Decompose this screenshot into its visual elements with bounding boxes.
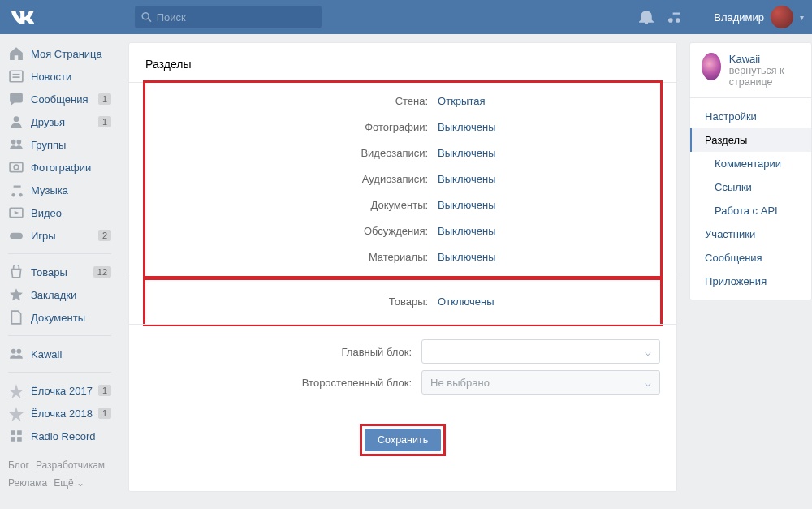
nav-item-Моя Страница[interactable]: Моя Страница [3, 42, 116, 65]
settings-menu-item[interactable]: Разделы [690, 128, 811, 152]
star-icon [8, 287, 24, 303]
back-link[interactable]: вернуться к странице [729, 65, 800, 88]
nav-item-Музыка[interactable]: Музыка [3, 179, 116, 201]
svg-point-9 [14, 165, 19, 170]
svg-rect-14 [11, 430, 15, 435]
chevron-down-icon: ⌵ [645, 377, 651, 389]
setting-value[interactable]: Выключены [438, 225, 495, 237]
nav-item-Ёлочка 2017[interactable]: Ёлочка 20171 [3, 379, 116, 402]
setting-label: Аудиозаписи: [162, 173, 438, 185]
primary-block-select[interactable]: ⌵ [421, 339, 660, 364]
top-header: Владимир ▾ [0, 0, 812, 34]
nav-item-Сообщения[interactable]: Сообщения1 [3, 88, 116, 110]
market-value[interactable]: Отключены [438, 295, 494, 308]
svg-rect-8 [10, 162, 23, 171]
groups-icon [8, 346, 24, 362]
settings-menu-item[interactable]: Комментарии [690, 152, 811, 175]
nav-item-Документы[interactable]: Документы [3, 306, 116, 329]
avatar [771, 6, 793, 28]
app-icon [8, 382, 24, 399]
nav-item-Новости[interactable]: Новости [3, 65, 116, 88]
nav-item-Фотографии[interactable]: Фотографии [3, 156, 116, 179]
settings-menu-item[interactable]: Настройки [690, 105, 811, 128]
setting-label: Документы: [162, 199, 438, 211]
badge: 1 [98, 93, 111, 105]
settings-menu-item[interactable]: Участники [690, 222, 811, 246]
setting-label: Стена: [162, 95, 438, 107]
nav-item-Игры[interactable]: Игры2 [3, 224, 116, 247]
nav-item-Ёлочка 2018[interactable]: Ёлочка 20181 [3, 402, 116, 425]
left-sidebar: Моя СтраницаНовостиСообщения1Друзья1Груп… [0, 42, 116, 492]
group-name: Kawaii [729, 53, 800, 65]
market-icon [8, 264, 24, 280]
badge: 1 [98, 408, 111, 419]
friends-icon [8, 114, 24, 130]
nav-item-Kawaii[interactable]: Kawaii [3, 343, 116, 365]
footer-dev[interactable]: Разработчикам [36, 459, 105, 471]
nav-item-Закладки[interactable]: Закладки [3, 283, 116, 306]
user-menu[interactable]: Владимир ▾ [714, 6, 804, 28]
news-icon [8, 68, 24, 84]
footer-more[interactable]: Ещё ⌄ [54, 477, 84, 489]
nav-item-Radio Record[interactable]: Radio Record [3, 425, 116, 447]
music-icon[interactable] [668, 10, 683, 24]
setting-value[interactable]: Выключены [438, 251, 495, 263]
svg-rect-15 [17, 430, 22, 435]
svg-rect-11 [10, 233, 23, 239]
setting-value[interactable]: Открытая [438, 95, 485, 107]
svg-point-12 [11, 349, 16, 354]
settings-menu: НастройкиРазделыКомментарииСсылкиРабота … [690, 97, 811, 300]
bell-icon[interactable] [639, 10, 654, 24]
footer-ads[interactable]: Реклама [8, 477, 47, 489]
secondary-block-select: Не выбрано⌵ [421, 370, 660, 395]
right-sidebar: Kawaii вернуться к странице НастройкиРаз… [689, 42, 812, 492]
setting-value[interactable]: Выключены [438, 199, 495, 211]
setting-label: Обсуждения: [162, 225, 438, 237]
secondary-block-label: Второстепенный блок: [145, 377, 421, 389]
music-icon [8, 182, 24, 198]
nav-item-Товары[interactable]: Товары12 [3, 261, 116, 283]
setting-value[interactable]: Выключены [438, 121, 495, 133]
market-label: Товары: [162, 295, 438, 308]
nav-item-Друзья[interactable]: Друзья1 [3, 110, 116, 133]
svg-point-7 [17, 140, 22, 145]
footer-blog[interactable]: Блог [8, 459, 29, 471]
app-icon [8, 405, 24, 421]
svg-rect-16 [11, 437, 15, 442]
badge: 1 [98, 116, 111, 127]
settings-menu-item[interactable]: Приложения [690, 270, 811, 293]
primary-block-label: Главный блок: [145, 346, 421, 358]
highlight-settings: Стена:ОткрытаяФотографии:ВыключеныВидеоз… [143, 80, 663, 280]
settings-menu-item[interactable]: Сообщения [690, 246, 811, 270]
home-icon [8, 45, 24, 62]
badge: 12 [93, 266, 111, 278]
settings-menu-item[interactable]: Работа с API [690, 199, 811, 222]
highlight-save: Сохранить [360, 424, 446, 456]
svg-rect-2 [10, 71, 23, 82]
photo-icon [8, 159, 24, 175]
group-header[interactable]: Kawaii вернуться к странице [690, 43, 811, 97]
setting-label: Видеозаписи: [162, 147, 438, 159]
group-avatar [702, 53, 721, 80]
save-button[interactable]: Сохранить [365, 429, 441, 451]
search-box[interactable] [135, 6, 322, 28]
games-icon [8, 227, 24, 244]
nav-item-Группы[interactable]: Группы [3, 133, 116, 156]
setting-value[interactable]: Выключены [438, 173, 495, 185]
docs-icon [8, 309, 24, 326]
page-title: Разделы [129, 58, 676, 82]
settings-menu-item[interactable]: Ссылки [690, 175, 811, 199]
footer-links: БлогРазработчикам РекламаЕщё ⌄ [3, 457, 116, 492]
svg-point-0 [142, 13, 149, 19]
video-icon [8, 205, 24, 221]
highlight-market: Товары: Отключены [143, 276, 663, 326]
msg-icon [8, 91, 24, 107]
chevron-down-icon: ▾ [800, 13, 804, 22]
nav-item-Видео[interactable]: Видео [3, 201, 116, 224]
app2-icon [8, 428, 24, 444]
vk-logo[interactable] [8, 2, 37, 32]
setting-label: Материалы: [162, 251, 438, 263]
svg-rect-17 [17, 437, 22, 442]
search-input[interactable] [157, 11, 315, 24]
setting-value[interactable]: Выключены [438, 147, 495, 159]
